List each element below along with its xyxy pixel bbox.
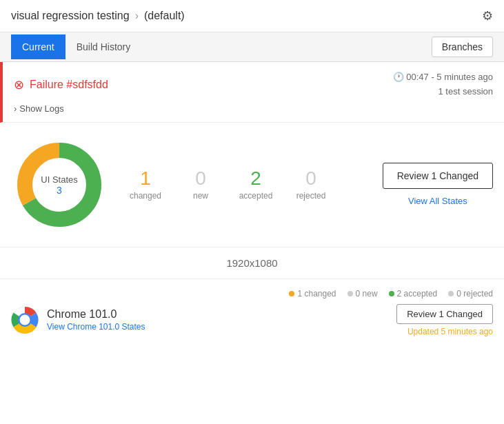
review-area: Review 1 Changed View All States bbox=[383, 163, 493, 206]
browser-info: Chrome 101.0 View Chrome 101.0 States bbox=[11, 306, 145, 334]
donut-chart: UI States 3 bbox=[11, 137, 108, 233]
browser-section: 1 changed 0 new 2 accepted 0 rejected bbox=[0, 279, 504, 346]
sessions-count: 1 test session bbox=[393, 85, 493, 99]
show-logs-toggle[interactable]: › Show Logs bbox=[14, 103, 493, 114]
tabs-bar: Current Build History Branches bbox=[0, 32, 504, 62]
changed-value: 1 bbox=[128, 168, 163, 190]
new-value: 0 bbox=[183, 168, 218, 190]
browser-stat-accepted: 2 accepted bbox=[389, 289, 438, 299]
view-all-states-link[interactable]: View All States bbox=[408, 196, 467, 206]
chrome-icon bbox=[11, 306, 39, 334]
review-changed-button[interactable]: Review 1 Changed bbox=[383, 163, 493, 189]
branches-button[interactable]: Branches bbox=[432, 37, 493, 57]
build-title: ⊗ Failure #sdfsfdd bbox=[14, 77, 108, 92]
accepted-label: accepted bbox=[239, 191, 273, 201]
view-browser-states-link[interactable]: View Chrome 101.0 States bbox=[47, 322, 145, 332]
accepted-dot bbox=[389, 291, 394, 296]
browser-stat-changed: 1 changed bbox=[289, 289, 336, 299]
tab-build-history[interactable]: Build History bbox=[65, 34, 142, 59]
resolution-section: 1920x1080 bbox=[0, 248, 504, 279]
resolution-label: 1920x1080 bbox=[226, 257, 277, 269]
breadcrumb: visual regression testing › (default) bbox=[11, 10, 185, 22]
donut-label: UI States 3 bbox=[41, 174, 77, 195]
settings-icon[interactable]: ⚙ bbox=[482, 8, 493, 23]
build-status-section: ⊗ Failure #sdfsfdd 🕐 00:47 - 5 minutes a… bbox=[0, 62, 504, 123]
branch-name: (default) bbox=[144, 10, 185, 22]
build-meta: 🕐 00:47 - 5 minutes ago 1 test session bbox=[393, 70, 493, 99]
stats-section: UI States 3 1 changed 0 new 2 accepted 0… bbox=[0, 123, 504, 248]
new-dot bbox=[347, 291, 353, 296]
build-header: ⊗ Failure #sdfsfdd 🕐 00:47 - 5 minutes a… bbox=[14, 70, 493, 99]
svg-point-5 bbox=[20, 315, 30, 325]
tab-current[interactable]: Current bbox=[11, 34, 65, 59]
stat-rejected: 0 rejected bbox=[294, 168, 328, 201]
rejected-label: rejected bbox=[294, 191, 328, 201]
rejected-value: 0 bbox=[294, 168, 328, 190]
stat-changed: 1 changed bbox=[128, 168, 163, 201]
donut-states-label: UI States bbox=[41, 174, 77, 184]
project-name: visual regression testing bbox=[11, 10, 130, 22]
page-header: visual regression testing › (default) ⚙ bbox=[0, 0, 504, 32]
clock-icon: 🕐 bbox=[393, 72, 404, 82]
changed-label: changed bbox=[128, 191, 163, 201]
browser-name: Chrome 101.0 bbox=[47, 308, 145, 321]
chevron-right-icon: › bbox=[14, 103, 17, 114]
error-icon: ⊗ bbox=[14, 77, 24, 92]
tabs-left: Current Build History bbox=[11, 34, 141, 59]
browser-stats-row: 1 changed 0 new 2 accepted 0 rejected bbox=[11, 289, 493, 299]
stat-new: 0 new bbox=[183, 168, 218, 201]
donut-count: 3 bbox=[41, 184, 77, 195]
failure-label: Failure #sdfsfdd bbox=[30, 79, 108, 91]
browser-row: Chrome 101.0 View Chrome 101.0 States Re… bbox=[11, 304, 493, 336]
stat-accepted: 2 accepted bbox=[239, 168, 273, 201]
accepted-value: 2 bbox=[239, 168, 273, 190]
rejected-dot bbox=[448, 291, 454, 296]
browser-review-button[interactable]: Review 1 Changed bbox=[396, 304, 493, 324]
breadcrumb-arrow: › bbox=[135, 10, 139, 22]
browser-stat-new: 0 new bbox=[347, 289, 378, 299]
new-label: new bbox=[183, 191, 218, 201]
browser-stat-rejected: 0 rejected bbox=[448, 289, 493, 299]
browser-actions: Review 1 Changed Updated 5 minutes ago bbox=[396, 304, 493, 336]
stats-numbers: 1 changed 0 new 2 accepted 0 rejected bbox=[128, 168, 355, 201]
updated-text: Updated 5 minutes ago bbox=[407, 327, 493, 336]
changed-dot bbox=[289, 291, 294, 296]
